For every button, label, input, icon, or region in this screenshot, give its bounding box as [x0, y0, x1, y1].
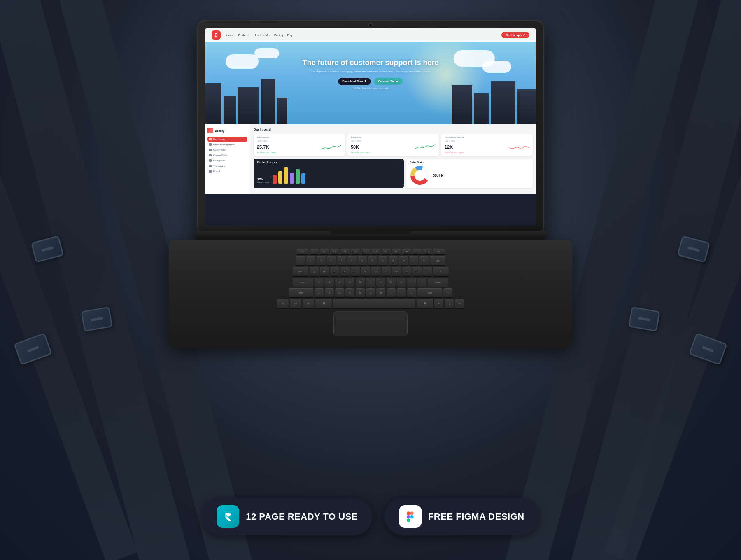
- key-quote[interactable]: ': [417, 278, 426, 287]
- key-f12[interactable]: F12: [423, 249, 432, 254]
- key-tilde[interactable]: `: [296, 256, 305, 265]
- key-f11[interactable]: F11: [412, 249, 422, 254]
- key-bracket-r[interactable]: ]: [423, 267, 432, 276]
- key-tab[interactable]: tab: [293, 267, 308, 276]
- key-f8[interactable]: F8: [382, 249, 391, 254]
- key-shift-r[interactable]: shift: [417, 288, 442, 297]
- key-7[interactable]: 7: [368, 256, 377, 265]
- key-slash[interactable]: /: [407, 288, 416, 297]
- nav-cta-button[interactable]: Get the app ↗: [501, 32, 529, 38]
- nav-link-faq[interactable]: Faq: [287, 34, 292, 37]
- sidebar-item-transaction[interactable]: Transaction: [207, 163, 247, 168]
- key-f[interactable]: F: [345, 278, 354, 287]
- key-z[interactable]: Z: [315, 288, 324, 297]
- key-alt-l[interactable]: alt: [303, 299, 314, 308]
- hero-download-button[interactable]: Download Now ⬇: [338, 78, 370, 85]
- key-c[interactable]: C: [335, 288, 344, 297]
- key-period[interactable]: .: [397, 288, 406, 297]
- stat-card-orders: Total Orders Last 7 days 25.7K +4.3% vs …: [254, 134, 345, 156]
- key-arrow-left[interactable]: ←: [434, 299, 443, 308]
- key-8[interactable]: 8: [378, 256, 387, 265]
- nav-link-home[interactable]: Home: [226, 34, 234, 37]
- key-f4[interactable]: F4: [340, 249, 350, 254]
- sidebar-item-dashboard[interactable]: Dashboard: [207, 137, 247, 142]
- key-f6[interactable]: F6: [361, 249, 370, 254]
- key-k[interactable]: K: [387, 278, 396, 287]
- key-5[interactable]: 5: [347, 256, 357, 265]
- key-comma[interactable]: ,: [387, 288, 396, 297]
- figma-badge[interactable]: FREE FIGMA DESIGN: [384, 498, 539, 535]
- key-g[interactable]: G: [356, 278, 365, 287]
- key-ctrl[interactable]: ctrl: [290, 299, 301, 308]
- sidebar-item-brand[interactable]: Brand: [207, 169, 247, 174]
- sidebar-item-categories[interactable]: Categories: [207, 158, 247, 163]
- key-semicolon[interactable]: ;: [407, 278, 416, 287]
- key-bracket-l[interactable]: [: [412, 267, 422, 276]
- key-f1[interactable]: F1: [310, 249, 319, 254]
- key-del[interactable]: del: [433, 249, 445, 254]
- key-caps[interactable]: caps: [293, 278, 313, 287]
- flutter-badge[interactable]: 12 PAGE READY TO USE: [202, 498, 372, 535]
- bottom-badges: 12 PAGE READY TO USE FREE FIGMA DESIGN: [202, 498, 538, 535]
- key-backslash[interactable]: \: [433, 267, 449, 276]
- key-backspace[interactable]: ⌫: [430, 256, 445, 265]
- key-a[interactable]: A: [315, 278, 324, 287]
- key-arrow-up[interactable]: ↑: [443, 288, 452, 297]
- key-cmd-r[interactable]: ⌘: [417, 299, 433, 308]
- key-arrow-right[interactable]: →: [455, 299, 464, 308]
- key-2[interactable]: 2: [317, 256, 326, 265]
- key-r[interactable]: R: [340, 267, 350, 276]
- key-f5[interactable]: F5: [351, 249, 360, 254]
- sidebar-item-orders[interactable]: Order Management: [207, 142, 247, 147]
- key-u[interactable]: U: [371, 267, 380, 276]
- key-h[interactable]: H: [366, 278, 375, 287]
- key-return[interactable]: return: [428, 278, 448, 287]
- key-n[interactable]: N: [366, 288, 375, 297]
- key-m[interactable]: M: [376, 288, 385, 297]
- key-j[interactable]: J: [376, 278, 385, 287]
- svg-rect-0: [273, 175, 277, 184]
- sidebar-item-customers[interactable]: Customers: [207, 147, 247, 152]
- key-q[interactable]: Q: [310, 267, 319, 276]
- key-d[interactable]: D: [335, 278, 344, 287]
- key-w[interactable]: W: [320, 267, 329, 276]
- key-4[interactable]: 4: [337, 256, 346, 265]
- key-x[interactable]: X: [325, 288, 334, 297]
- sidebar-item-create-order[interactable]: Create Order: [207, 153, 247, 158]
- key-0[interactable]: 0: [399, 256, 408, 265]
- key-p[interactable]: P: [402, 267, 411, 276]
- key-l[interactable]: L: [397, 278, 406, 287]
- key-f3[interactable]: F3: [330, 249, 339, 254]
- trackpad[interactable]: [333, 311, 408, 336]
- key-9[interactable]: 9: [389, 256, 398, 265]
- key-3[interactable]: 3: [327, 256, 336, 265]
- key-y[interactable]: Y: [361, 267, 370, 276]
- key-f2[interactable]: F2: [320, 249, 329, 254]
- nav-link-how[interactable]: How it works: [254, 34, 270, 37]
- key-o[interactable]: O: [392, 267, 401, 276]
- key-cmd-l[interactable]: ⌘: [315, 299, 332, 308]
- hero-wallet-button[interactable]: Connect Wallet: [374, 78, 403, 85]
- key-f10[interactable]: F10: [402, 249, 411, 254]
- key-minus[interactable]: -: [409, 256, 418, 265]
- key-t[interactable]: T: [351, 267, 360, 276]
- key-v[interactable]: V: [345, 288, 354, 297]
- sidebar-logo-text: Dealify: [215, 129, 224, 132]
- key-esc[interactable]: esc: [297, 249, 308, 254]
- building-8: [474, 93, 489, 124]
- key-arrow-down[interactable]: ↓: [445, 299, 454, 308]
- nav-link-pricing[interactable]: Pricing: [274, 34, 283, 37]
- key-b[interactable]: B: [356, 288, 365, 297]
- key-space[interactable]: [333, 299, 415, 308]
- key-e[interactable]: E: [330, 267, 339, 276]
- key-f9[interactable]: F9: [392, 249, 401, 254]
- key-s[interactable]: S: [325, 278, 334, 287]
- key-f7[interactable]: F7: [371, 249, 380, 254]
- key-i[interactable]: I: [382, 267, 391, 276]
- key-fn-l[interactable]: fn: [277, 299, 289, 308]
- nav-link-features[interactable]: Features: [238, 34, 250, 37]
- key-1[interactable]: 1: [306, 256, 315, 265]
- key-shift-l[interactable]: shift: [289, 288, 313, 297]
- key-equals[interactable]: =: [419, 256, 429, 265]
- key-6[interactable]: 6: [358, 256, 367, 265]
